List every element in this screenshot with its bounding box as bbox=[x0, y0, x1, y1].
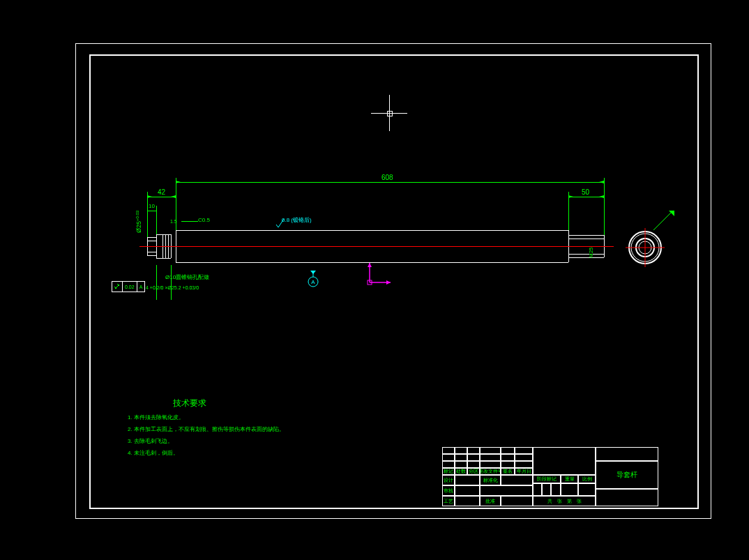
pin-hole-note: Ø10圆锥销孔配做 bbox=[165, 273, 209, 281]
tb-hdr-mark: 标记 bbox=[442, 468, 455, 475]
tech-req-1: 1. 本件须去除氧化皮。 bbox=[128, 414, 184, 421]
dim-arrow bbox=[171, 195, 176, 198]
dim-arrow bbox=[599, 195, 604, 198]
runout-symbol-icon bbox=[114, 283, 121, 290]
ext-line bbox=[156, 265, 157, 300]
shaft-edge bbox=[147, 237, 156, 238]
centerline-h bbox=[139, 246, 614, 247]
dim-total-length: 608 bbox=[381, 174, 393, 181]
thread-line bbox=[568, 254, 604, 255]
tb-part-name: 导套杆 bbox=[596, 461, 658, 489]
dim-line bbox=[176, 182, 604, 183]
svg-text:A: A bbox=[311, 279, 315, 285]
dim-left-section: 42 bbox=[158, 188, 165, 196]
thread-line bbox=[568, 239, 604, 239]
dim-dia-value: Ø25 bbox=[135, 221, 142, 233]
groove-dimension: 4 +0.2/0 ×Ø25.2 +0.03/0 bbox=[146, 285, 199, 290]
tb-review: 审核 bbox=[442, 485, 455, 496]
shaft-edge bbox=[568, 235, 604, 236]
dim-right-section: 50 bbox=[582, 188, 589, 196]
gtol-value: 0.02 bbox=[123, 282, 137, 292]
surface-roughness-note: 0.8 (镀铬后) bbox=[282, 216, 312, 224]
tb-process: 工艺 bbox=[442, 496, 455, 506]
chamfer-note: C0.5 bbox=[198, 217, 210, 223]
tech-req-4: 4. 未注毛刺，倒后。 bbox=[128, 449, 179, 457]
thread-line bbox=[147, 252, 156, 252]
dim-left-small: 10 bbox=[149, 203, 155, 209]
shaft-edge bbox=[156, 258, 171, 259]
dim-thread-right: M25 bbox=[588, 247, 594, 258]
dim-arrow bbox=[568, 195, 573, 198]
title-block: 标记 处数 分区 更改文件号 签名 年月日 设计 标准化 审核 工艺 批准 阶段… bbox=[442, 447, 658, 506]
shaft-edge bbox=[147, 255, 156, 256]
tb-hdr-date: 年月日 bbox=[515, 468, 533, 475]
dim-diameter-main: Ø25+0.03 bbox=[135, 211, 142, 233]
ext-line bbox=[171, 265, 172, 300]
tb-stage: 阶段标记 bbox=[533, 475, 561, 483]
dim-line bbox=[147, 211, 156, 211]
tech-req-title: 技术要求 bbox=[173, 398, 206, 409]
cursor-pickbox bbox=[387, 111, 393, 116]
tb-hdr-sign: 签名 bbox=[501, 468, 515, 475]
leader-line bbox=[181, 221, 198, 222]
dim-arrow bbox=[599, 181, 604, 183]
tb-sheet: 共 张 第 张 bbox=[533, 496, 596, 506]
roughness-symbol-icon bbox=[275, 218, 285, 228]
shaft-edge bbox=[568, 257, 604, 258]
tech-req-3: 3. 去除毛刺飞边。 bbox=[128, 437, 173, 445]
shaft-edge bbox=[176, 230, 568, 231]
svg-line-6 bbox=[653, 212, 672, 230]
tech-req-2: 2. 本件加工表面上，不应有划痕、擦伤等损伤本件表面的缺陷。 bbox=[128, 425, 285, 433]
end-view-leader bbox=[652, 209, 680, 234]
dim-arrow bbox=[147, 195, 152, 198]
thread-line bbox=[147, 241, 156, 241]
tb-scale: 比例 bbox=[578, 475, 596, 483]
ucs-icon bbox=[366, 262, 394, 289]
gtol-frame: 0.02 A bbox=[112, 281, 145, 292]
tb-standard: 标准化 bbox=[480, 475, 501, 485]
tb-approve: 批准 bbox=[480, 496, 501, 506]
tb-design: 设计 bbox=[442, 475, 455, 485]
datum-a-symbol: A bbox=[307, 269, 319, 287]
tb-hdr-zone: 分区 bbox=[467, 468, 480, 475]
tb-hdr-count: 处数 bbox=[455, 468, 467, 475]
tb-weight: 重量 bbox=[561, 475, 578, 483]
dim-dia-tol-u: +0.03 bbox=[135, 211, 139, 221]
tb-hdr-docno: 更改文件号 bbox=[480, 468, 501, 475]
dim-arrow bbox=[176, 181, 181, 183]
drawing-frame bbox=[89, 54, 699, 509]
dim-groove-width: 1.5 bbox=[170, 219, 177, 224]
gtol-ref: A bbox=[137, 282, 145, 292]
